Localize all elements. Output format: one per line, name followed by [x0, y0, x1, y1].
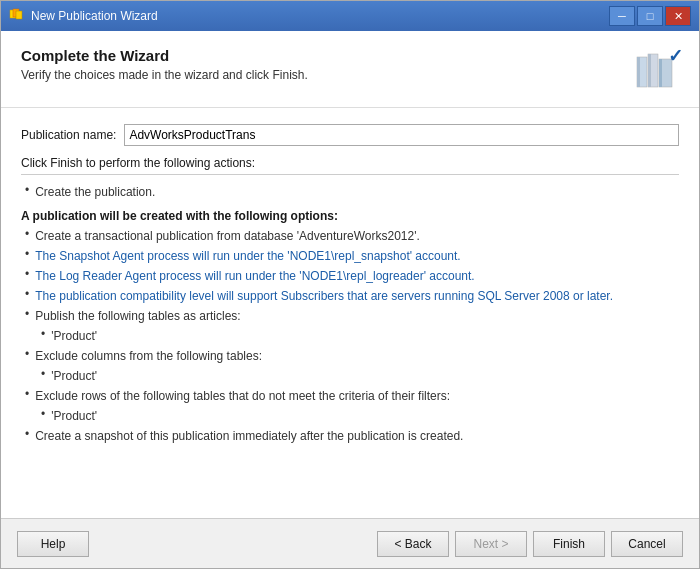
title-bar: New Publication Wizard ─ □ ✕: [1, 1, 699, 31]
publish-tables-parent: Publish the following tables as articles…: [21, 307, 679, 325]
app-icon: [9, 8, 25, 24]
actions-list: Create the publication.: [21, 183, 679, 201]
action-item-1: Create the publication.: [21, 183, 679, 201]
exclude-rows-item-1: 'Product': [21, 407, 679, 425]
options-label: A publication will be created with the f…: [21, 209, 679, 223]
close-button[interactable]: ✕: [665, 6, 691, 26]
options-list: Create a transactional publication from …: [21, 227, 679, 305]
option-item-4: The publication compatibility level will…: [21, 287, 679, 305]
footer: Help < Back Next > Finish Cancel: [1, 518, 699, 568]
minimize-button[interactable]: ─: [609, 6, 635, 26]
wizard-subtitle: Verify the choices made in the wizard an…: [21, 68, 308, 82]
option-item-1: Create a transactional publication from …: [21, 227, 679, 245]
svg-rect-8: [659, 59, 662, 87]
back-button[interactable]: < Back: [377, 531, 449, 557]
header-icon: ✓: [631, 47, 679, 95]
window-controls: ─ □ ✕: [609, 6, 691, 26]
exclude-rows-parent: Exclude rows of the following tables tha…: [21, 387, 679, 405]
publication-name-label: Publication name:: [21, 128, 116, 142]
exclude-columns-parent: Exclude columns from the following table…: [21, 347, 679, 365]
help-button[interactable]: Help: [17, 531, 89, 557]
publication-name-row: Publication name:: [21, 124, 679, 146]
option-item-3: The Log Reader Agent process will run un…: [21, 267, 679, 285]
actions-label: Click Finish to perform the following ac…: [21, 156, 679, 170]
content-area: Publication name: Click Finish to perfor…: [1, 108, 699, 518]
next-button[interactable]: Next >: [455, 531, 527, 557]
cancel-button[interactable]: Cancel: [611, 531, 683, 557]
main-window: New Publication Wizard ─ □ ✕ Complete th…: [0, 0, 700, 569]
publish-tables-item-1: 'Product': [21, 327, 679, 345]
checkmark-icon: ✓: [668, 45, 683, 67]
svg-rect-6: [648, 54, 651, 87]
wizard-title: Complete the Wizard: [21, 47, 308, 64]
maximize-button[interactable]: □: [637, 6, 663, 26]
snapshot-item: Create a snapshot of this publication im…: [21, 427, 679, 445]
divider-1: [21, 174, 679, 175]
finish-button[interactable]: Finish: [533, 531, 605, 557]
header-section: Complete the Wizard Verify the choices m…: [1, 31, 699, 108]
option-item-2: The Snapshot Agent process will run unde…: [21, 247, 679, 265]
svg-rect-2: [16, 11, 22, 19]
window-title: New Publication Wizard: [31, 9, 158, 23]
svg-rect-4: [637, 57, 640, 87]
publication-name-input[interactable]: [124, 124, 679, 146]
exclude-columns-item-1: 'Product': [21, 367, 679, 385]
